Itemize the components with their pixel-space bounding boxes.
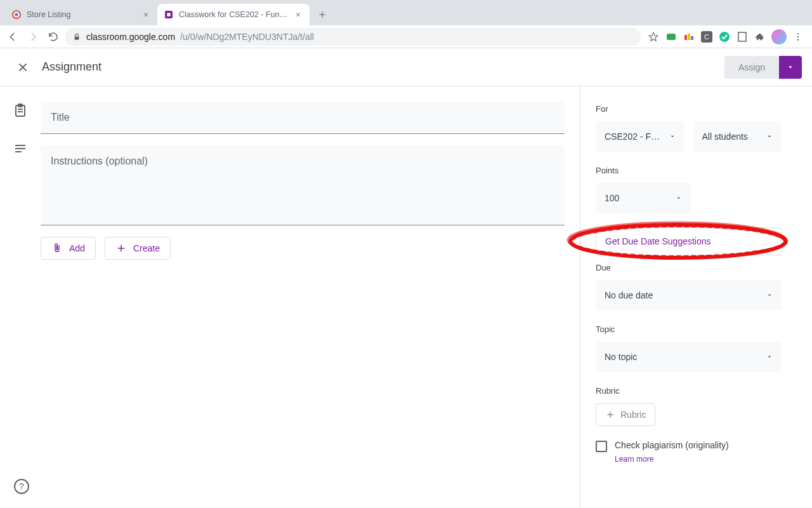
star-icon[interactable] xyxy=(647,30,660,43)
create-button[interactable]: Create xyxy=(105,237,171,260)
points-select[interactable]: 100 xyxy=(596,183,691,213)
new-tab-button[interactable] xyxy=(313,6,331,23)
chevron-down-icon xyxy=(766,354,773,360)
svg-rect-5 xyxy=(667,34,676,40)
chevron-down-icon xyxy=(676,195,682,201)
extension-icon[interactable]: C xyxy=(700,30,713,43)
plus-icon xyxy=(605,410,615,420)
learn-more-link[interactable]: Learn more xyxy=(615,455,782,464)
text-icon xyxy=(13,141,28,156)
svg-point-1 xyxy=(15,13,18,16)
topic-select[interactable]: No topic xyxy=(596,342,782,372)
extension-icon[interactable] xyxy=(683,30,695,43)
rubric-button[interactable]: Rubric xyxy=(596,403,655,426)
lock-icon xyxy=(72,32,81,41)
plagiarism-checkbox[interactable] xyxy=(596,441,607,452)
tab-favicon xyxy=(164,10,174,20)
browser-tab-active[interactable]: Classwork for CSE202 - Funda xyxy=(157,4,310,25)
left-gutter xyxy=(0,86,41,508)
svg-rect-7 xyxy=(688,34,690,40)
center-column: Add Create xyxy=(41,86,580,508)
chevron-down-icon xyxy=(766,133,773,140)
svg-rect-4 xyxy=(75,36,79,39)
address-bar-row: classroom.google.com/u/0/w/NDg2MTEyNDU3N… xyxy=(0,25,812,48)
tab-favicon xyxy=(11,10,22,20)
chevron-down-icon xyxy=(669,133,676,140)
plus-icon xyxy=(115,243,127,254)
main-content: Add Create For CSE202 - Fu… All students… xyxy=(0,86,812,508)
svg-rect-3 xyxy=(167,13,170,16)
add-label: Add xyxy=(69,243,85,253)
tabs-row: Store Listing Classwork for CSE202 - Fun… xyxy=(0,0,812,25)
instructions-input[interactable] xyxy=(51,156,554,178)
app-header: Assignment Assign xyxy=(0,48,812,86)
help-button[interactable]: ? xyxy=(14,479,29,494)
browser-chrome: Store Listing Classwork for CSE202 - Fun… xyxy=(0,0,812,48)
topic-label: Topic xyxy=(596,324,782,334)
due-date-suggestions-button[interactable]: Get Due Date Suggestions xyxy=(596,227,782,255)
close-icon[interactable] xyxy=(293,10,303,20)
svg-point-11 xyxy=(719,32,730,42)
back-button[interactable] xyxy=(4,28,22,46)
attachment-icon xyxy=(51,243,63,254)
topic-value: No topic xyxy=(605,352,637,362)
points-label: Points xyxy=(596,166,782,175)
reload-button[interactable] xyxy=(44,28,62,46)
extensions-row: C xyxy=(643,29,808,44)
url-host: classroom.google.com xyxy=(86,32,175,42)
title-field[interactable] xyxy=(41,102,565,134)
extension-icon[interactable] xyxy=(736,30,749,43)
svg-point-14 xyxy=(797,36,799,37)
help-icon: ? xyxy=(19,481,24,491)
assignment-icon xyxy=(13,103,28,118)
students-select[interactable]: All students xyxy=(693,121,782,152)
tab-title: Store Listing xyxy=(27,10,136,19)
for-label: For xyxy=(596,104,782,114)
plagiarism-label: Check plagiarism (originality) xyxy=(615,440,729,450)
svg-point-13 xyxy=(797,33,799,34)
instructions-field[interactable] xyxy=(41,145,565,225)
plagiarism-row: Check plagiarism (originality) xyxy=(596,440,782,452)
profile-avatar[interactable] xyxy=(771,29,787,44)
create-label: Create xyxy=(133,243,160,253)
assign-dropdown-button[interactable] xyxy=(779,56,802,79)
address-bar[interactable]: classroom.google.com/u/0/w/NDg2MTEyNDU3N… xyxy=(65,28,641,46)
assign-button-group: Assign xyxy=(724,56,802,79)
tab-title: Classwork for CSE202 - Funda xyxy=(179,10,288,19)
attachment-buttons: Add Create xyxy=(41,237,565,260)
svg-point-15 xyxy=(797,39,799,40)
suggestion-label: Get Due Date Suggestions xyxy=(605,236,711,246)
extension-icon[interactable] xyxy=(718,30,731,43)
assign-button[interactable]: Assign xyxy=(724,56,779,79)
class-value: CSE202 - Fu… xyxy=(605,131,664,142)
page-title: Assignment xyxy=(42,60,102,74)
due-date-select[interactable]: No due date xyxy=(596,280,782,311)
kebab-menu-icon[interactable] xyxy=(792,30,804,43)
browser-tab[interactable]: Store Listing xyxy=(5,4,157,25)
extension-icon[interactable] xyxy=(665,30,678,43)
rubric-btn-label: Rubric xyxy=(620,410,646,420)
due-label: Due xyxy=(596,263,782,272)
svg-rect-12 xyxy=(738,32,746,41)
students-value: All students xyxy=(702,131,748,142)
chevron-down-icon xyxy=(766,292,773,298)
class-select[interactable]: CSE202 - Fu… xyxy=(596,121,684,152)
add-button[interactable]: Add xyxy=(41,237,96,260)
rubric-label: Rubric xyxy=(596,386,782,396)
forward-button[interactable] xyxy=(24,28,42,46)
points-value: 100 xyxy=(605,193,619,203)
svg-rect-8 xyxy=(691,36,693,40)
title-input[interactable] xyxy=(51,112,554,123)
right-panel: For CSE202 - Fu… All students Points 100… xyxy=(580,86,797,508)
close-button[interactable] xyxy=(10,55,36,80)
close-icon[interactable] xyxy=(141,10,151,20)
due-value: No due date xyxy=(605,290,653,300)
extensions-menu-icon[interactable] xyxy=(754,30,766,43)
svg-text:C: C xyxy=(704,33,709,41)
svg-rect-6 xyxy=(684,35,687,40)
url-path: /u/0/w/NDg2MTEyNDU3NTJa/t/all xyxy=(180,32,314,42)
